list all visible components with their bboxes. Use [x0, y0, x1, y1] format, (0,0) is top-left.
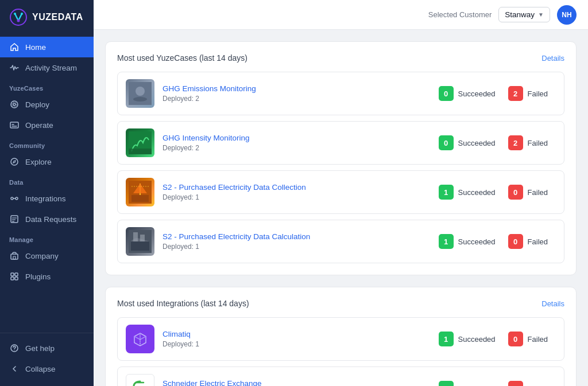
- failed-badge: 0: [508, 332, 523, 346]
- succeeded-badge: 0: [439, 135, 454, 150]
- failed-label: Failed: [528, 188, 548, 197]
- item-stats: 1 Succeeded 0 Failed: [439, 332, 556, 346]
- integrations-icon: [9, 193, 20, 204]
- svg-point-0: [10, 9, 26, 25]
- item-subtitle: Deployed: 1: [163, 193, 431, 201]
- item-stats: 0 Succeeded 2 Failed: [439, 86, 556, 101]
- sidebar-item-activity-stream[interactable]: Activity Stream: [0, 57, 94, 78]
- thumb-image: [129, 131, 152, 154]
- integrations-card-header: Most used Integrations (last 14 days) De…: [117, 299, 564, 308]
- sidebar-section-community: Community: [0, 135, 94, 151]
- sidebar-item-home-label: Home: [25, 43, 46, 52]
- item-title[interactable]: S2 - Purchased Electricity Data Calculat…: [163, 232, 431, 241]
- svg-rect-33: [131, 195, 149, 202]
- item-title[interactable]: GHG Intensity Monitoring: [163, 134, 431, 142]
- integrations-details-link[interactable]: Details: [541, 299, 564, 308]
- item-stats: 1 Succeeded 0 Failed: [439, 185, 556, 200]
- succeeded-label: Succeeded: [458, 384, 496, 387]
- item-title[interactable]: S2 - Purchased Electricity Data Collecti…: [163, 183, 431, 192]
- avatar: NH: [557, 5, 577, 25]
- sidebar-item-get-help[interactable]: Get help: [0, 338, 94, 358]
- failed-badge: 0: [508, 381, 523, 386]
- item-thumbnail: [126, 325, 154, 353]
- yuzecases-details-link[interactable]: Details: [541, 54, 564, 63]
- sidebar-item-operate-label: Operate: [25, 121, 53, 130]
- item-info: S2 - Purchased Electricity Data Collecti…: [163, 183, 431, 201]
- list-item: GHG Emissions Monitoring Deployed: 2 0 S…: [117, 72, 564, 115]
- list-item: Schneider Electric Exchange Deployed: 1 …: [117, 366, 564, 386]
- selected-customer-label: Selected Customer: [428, 10, 492, 19]
- item-info: GHG Intensity Monitoring Deployed: 2: [163, 134, 431, 152]
- failed-badge: 2: [508, 86, 523, 101]
- sidebar-item-activity-stream-label: Activity Stream: [25, 64, 77, 72]
- item-info: S2 - Purchased Electricity Data Calculat…: [163, 232, 431, 251]
- sidebar-bottom: Get help Collapse: [0, 333, 94, 386]
- sidebar-section-manage: Manage: [0, 229, 94, 245]
- failed-label: Failed: [528, 237, 548, 246]
- svg-rect-20: [11, 273, 14, 276]
- item-stats: 1 Succeeded 0 Failed: [439, 381, 556, 386]
- item-title[interactable]: Climatiq: [163, 330, 431, 338]
- failed-badge: 2: [508, 135, 523, 150]
- svg-point-28: [133, 97, 147, 102]
- sidebar-item-explore[interactable]: Explore: [0, 151, 94, 172]
- sidebar-item-deploy[interactable]: Deploy: [0, 94, 94, 115]
- item-subtitle: Deployed: 1: [163, 340, 431, 348]
- succeeded-label: Succeeded: [458, 139, 496, 147]
- customer-selector[interactable]: Stanway ▼: [498, 7, 550, 22]
- sidebar-item-get-help-label: Get help: [25, 344, 55, 353]
- succeeded-label: Succeeded: [458, 188, 496, 197]
- company-icon: [9, 251, 20, 261]
- item-thumbnail: [126, 178, 154, 206]
- item-thumbnail: [126, 79, 154, 108]
- svg-rect-36: [131, 241, 149, 251]
- svg-point-27: [136, 87, 145, 96]
- logo-icon: [9, 8, 28, 26]
- svg-point-1: [17, 20, 20, 22]
- logo-text: YUZEDATA: [32, 12, 83, 22]
- explore-icon: [9, 157, 20, 167]
- yuzecases-card-title: Most used YuzeCases (last 14 days): [117, 53, 247, 63]
- sidebar-item-deploy-label: Deploy: [25, 100, 49, 109]
- sidebar-item-explore-label: Explore: [25, 158, 52, 166]
- deploy-icon: [9, 99, 20, 110]
- svg-point-25: [14, 349, 14, 350]
- item-title[interactable]: GHG Emissions Monitoring: [163, 84, 431, 93]
- svg-point-5: [13, 103, 16, 106]
- succeeded-label: Succeeded: [458, 89, 496, 98]
- sidebar-item-company[interactable]: Company: [0, 245, 94, 266]
- sidebar-nav: Home Activity Stream YuzeCases Deploy: [0, 34, 94, 333]
- succeeded-badge: 1: [439, 332, 454, 346]
- schneider-icon: [129, 377, 152, 386]
- sidebar-section-yuzecases: YuzeCases: [0, 78, 94, 94]
- sidebar-item-integrations[interactable]: Integrations: [0, 188, 94, 209]
- integrations-card: Most used Integrations (last 14 days) De…: [105, 287, 577, 386]
- collapse-icon: [9, 364, 20, 374]
- list-item: Climatiq Deployed: 1 1 Succeeded 0 Faile…: [117, 317, 564, 361]
- sidebar-item-collapse[interactable]: Collapse: [0, 358, 94, 379]
- home-icon: [9, 42, 20, 52]
- svg-point-6: [12, 102, 17, 107]
- sidebar-item-data-requests[interactable]: Data Requests: [0, 209, 94, 229]
- list-item: GHG Intensity Monitoring Deployed: 2 0 S…: [117, 121, 564, 165]
- sidebar-item-plugins-label: Plugins: [25, 272, 51, 281]
- svg-point-10: [11, 158, 18, 165]
- failed-label: Failed: [528, 335, 548, 344]
- logo: YUZEDATA: [0, 0, 94, 34]
- item-info: GHG Emissions Monitoring Deployed: 2: [163, 84, 431, 103]
- sidebar-item-plugins[interactable]: Plugins: [0, 266, 94, 287]
- succeeded-label: Succeeded: [458, 237, 496, 246]
- item-subtitle: Deployed: 2: [163, 144, 431, 152]
- svg-rect-21: [15, 273, 18, 276]
- thumb-image: [129, 230, 152, 253]
- failed-label: Failed: [528, 384, 548, 387]
- svg-rect-37: [133, 232, 138, 241]
- svg-point-12: [16, 197, 18, 200]
- item-title[interactable]: Schneider Electric Exchange: [163, 379, 431, 386]
- sidebar-item-operate[interactable]: Operate: [0, 115, 94, 135]
- main-area: Selected Customer Stanway ▼ NH Most used…: [94, 0, 588, 386]
- integrations-card-title: Most used Integrations (last 14 days): [117, 299, 249, 308]
- sidebar-item-home[interactable]: Home: [0, 37, 94, 57]
- topbar: Selected Customer Stanway ▼ NH: [94, 0, 588, 30]
- plugins-icon: [9, 271, 20, 282]
